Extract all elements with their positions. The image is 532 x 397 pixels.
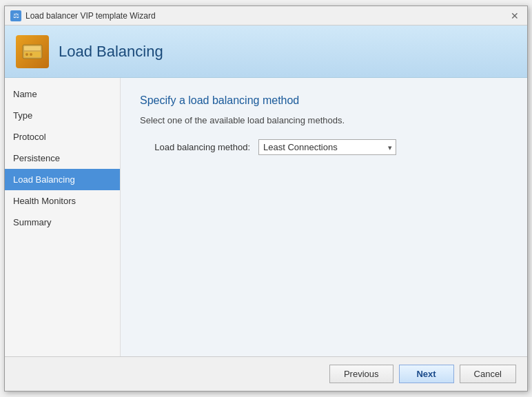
sidebar: Name Type Protocol Persistence Load Bala…	[5, 78, 121, 356]
wizard-window: ⚖ Load balancer VIP template Wizard ✕ Lo…	[4, 6, 528, 391]
sidebar-item-summary[interactable]: Summary	[5, 212, 120, 233]
cancel-button[interactable]: Cancel	[460, 365, 516, 383]
svg-point-3	[25, 53, 28, 56]
sidebar-item-name[interactable]: Name	[5, 83, 120, 105]
sidebar-item-type[interactable]: Type	[5, 105, 120, 126]
header-banner: Load Balancing	[5, 26, 527, 78]
content-area: Name Type Protocol Persistence Load Bala…	[5, 78, 527, 356]
window-icon: ⚖	[10, 10, 21, 21]
panel-description: Select one of the available load balanci…	[140, 115, 508, 125]
footer: Previous Next Cancel	[5, 356, 527, 391]
main-panel: Specify a load balancing method Select o…	[121, 78, 527, 356]
window-title: Load balancer VIP template Wizard	[25, 11, 156, 21]
sidebar-item-health-monitors[interactable]: Health Monitors	[5, 190, 120, 212]
form-row: Load balancing method: Least Connections…	[140, 139, 508, 155]
previous-button[interactable]: Previous	[329, 365, 393, 383]
header-icon	[16, 35, 49, 68]
sidebar-item-persistence[interactable]: Persistence	[5, 147, 120, 169]
svg-point-4	[30, 53, 32, 56]
load-balancing-method-select[interactable]: Least ConnectionsRound RobinIP HashRando…	[258, 139, 396, 155]
next-button[interactable]: Next	[399, 365, 454, 383]
panel-title: Specify a load balancing method	[140, 94, 508, 107]
title-bar: ⚖ Load balancer VIP template Wizard ✕	[5, 6, 527, 26]
sidebar-item-load-balancing[interactable]: Load Balancing	[5, 169, 120, 190]
header-title: Load Balancing	[59, 43, 163, 61]
form-label: Load balancing method:	[140, 142, 250, 152]
svg-rect-1	[24, 46, 41, 50]
sidebar-item-protocol[interactable]: Protocol	[5, 126, 120, 147]
select-wrapper: Least ConnectionsRound RobinIP HashRando…	[258, 139, 396, 155]
title-bar-left: ⚖ Load balancer VIP template Wizard	[10, 10, 156, 21]
close-button[interactable]: ✕	[508, 9, 522, 23]
